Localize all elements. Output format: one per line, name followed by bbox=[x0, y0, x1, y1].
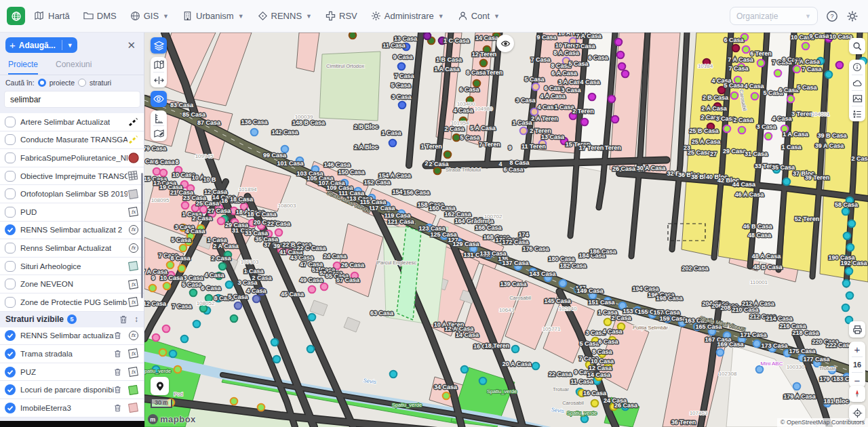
map-point[interactable] bbox=[731, 92, 738, 100]
visibility-button[interactable] bbox=[151, 91, 167, 107]
ruler-button[interactable] bbox=[151, 110, 167, 125]
nav-item-administrare[interactable]: Administrare▼ bbox=[371, 11, 444, 21]
project-row[interactable]: Zone NEVEONfx bbox=[0, 275, 144, 293]
map-point[interactable] bbox=[765, 133, 772, 140]
map-point[interactable] bbox=[608, 96, 616, 103]
layer-checkbox[interactable] bbox=[5, 261, 16, 272]
map-point[interactable] bbox=[591, 400, 599, 407]
map-point[interactable] bbox=[738, 127, 746, 134]
map-point[interactable] bbox=[218, 218, 225, 225]
map-point[interactable] bbox=[842, 304, 850, 312]
map-point[interactable] bbox=[846, 292, 854, 300]
map-point[interactable] bbox=[219, 263, 226, 270]
nav-item-cont[interactable]: Cont▼ bbox=[458, 11, 500, 21]
delete-layer-button[interactable] bbox=[114, 350, 121, 358]
map-point[interactable] bbox=[174, 366, 182, 373]
map-point[interactable] bbox=[193, 321, 201, 328]
project-row[interactable]: FabricaSpumePoliuretanice_NEVEON bbox=[0, 149, 144, 167]
layer-checkbox[interactable] bbox=[5, 188, 16, 199]
project-row[interactable]: Situri Arheologice bbox=[0, 258, 144, 276]
organization-select[interactable]: Organizație ▼ bbox=[730, 7, 818, 25]
delete-layer-button[interactable] bbox=[114, 386, 121, 394]
sidebar-scrollbar[interactable] bbox=[141, 173, 143, 298]
zoom-in-button[interactable]: + bbox=[849, 342, 865, 357]
map-container[interactable]: 13 Casa11 Casa9 Casa7 Casa5 Casa3 Casa1 … bbox=[144, 33, 868, 427]
project-row[interactable]: PUDfx bbox=[0, 203, 144, 222]
map-eye-button[interactable] bbox=[496, 35, 514, 52]
map-point[interactable] bbox=[273, 356, 281, 363]
map-point[interactable] bbox=[479, 378, 487, 385]
legend-list-button[interactable] bbox=[849, 106, 865, 121]
layer-checkbox[interactable] bbox=[5, 171, 16, 182]
map-point[interactable] bbox=[153, 334, 160, 342]
add-button[interactable]: + Adaugă... ▼ bbox=[5, 37, 77, 53]
map-edit-button[interactable] bbox=[151, 126, 167, 141]
map-point[interactable] bbox=[444, 151, 452, 159]
measure-width-button[interactable] bbox=[151, 73, 167, 87]
visible-layer-row[interactable]: ImobileEterra3 bbox=[0, 399, 144, 418]
map-point[interactable] bbox=[717, 349, 724, 357]
project-row[interactable]: Ortofotoplan Selimbar SB 2019 bbox=[0, 185, 144, 203]
marker-tool-button[interactable] bbox=[151, 377, 169, 395]
visible-layer-row[interactable]: PUZfx bbox=[0, 363, 144, 382]
map-point[interactable] bbox=[434, 167, 441, 175]
map-point[interactable] bbox=[617, 52, 625, 59]
app-logo[interactable] bbox=[7, 7, 25, 25]
nav-item-renns[interactable]: RENNS▼ bbox=[258, 11, 312, 21]
map-point[interactable] bbox=[170, 350, 177, 358]
nav-item-rsv[interactable]: RSV bbox=[326, 11, 357, 21]
map-point[interactable] bbox=[589, 94, 596, 101]
map-point[interactable] bbox=[612, 116, 619, 123]
map-locations-button[interactable] bbox=[151, 57, 167, 72]
map-point[interactable] bbox=[163, 283, 171, 290]
nav-item-urbanism[interactable]: Urbanism▼ bbox=[182, 11, 244, 21]
map-point[interactable] bbox=[159, 349, 167, 357]
imagery-button[interactable] bbox=[849, 91, 865, 106]
map-point[interactable] bbox=[480, 60, 488, 67]
map-point[interactable] bbox=[532, 83, 540, 91]
map-search-button[interactable] bbox=[849, 38, 865, 54]
map-point[interactable] bbox=[235, 302, 242, 310]
visible-layer-row[interactable]: Trama stradalafx bbox=[0, 345, 144, 363]
tab-conexiuni[interactable]: Conexiuni bbox=[56, 60, 92, 75]
reorder-layers-button[interactable]: ↕ bbox=[134, 314, 138, 324]
nav-item-hart[interactable]: Hartă bbox=[35, 11, 70, 21]
project-row[interactable]: Artere Selimbar Actualizat bbox=[0, 113, 144, 131]
map-point[interactable] bbox=[732, 45, 740, 52]
print-button[interactable] bbox=[849, 321, 865, 338]
layer-checkbox[interactable] bbox=[5, 243, 16, 253]
map-point[interactable] bbox=[751, 93, 759, 100]
map-point[interactable] bbox=[724, 125, 731, 133]
map-point[interactable] bbox=[793, 66, 801, 73]
map-point[interactable] bbox=[783, 178, 791, 186]
map-point[interactable] bbox=[604, 319, 612, 326]
help-button[interactable]: ? bbox=[826, 10, 838, 22]
delete-layer-button[interactable] bbox=[114, 331, 121, 340]
project-row[interactable]: Renns Selimbar Actualizatfx bbox=[0, 239, 144, 258]
layer-checkbox[interactable] bbox=[5, 367, 16, 378]
map-point[interactable] bbox=[802, 43, 810, 50]
map-point[interactable] bbox=[520, 127, 528, 135]
map-point[interactable] bbox=[349, 33, 357, 39]
map-point[interactable] bbox=[149, 285, 157, 292]
map-point[interactable] bbox=[258, 404, 265, 411]
map-point[interactable] bbox=[182, 202, 189, 209]
layer-checkbox[interactable] bbox=[5, 403, 16, 413]
map-point[interactable] bbox=[321, 283, 328, 291]
layer-checkbox[interactable] bbox=[5, 297, 16, 308]
nav-item-dms[interactable]: DMS bbox=[83, 11, 117, 21]
map-point[interactable] bbox=[846, 268, 853, 275]
layer-checkbox[interactable] bbox=[5, 224, 16, 235]
delete-layer-button[interactable] bbox=[114, 404, 121, 412]
map-point[interactable] bbox=[181, 336, 189, 343]
map-point[interactable] bbox=[275, 229, 283, 237]
map-point[interactable] bbox=[622, 70, 629, 78]
map-point[interactable] bbox=[178, 265, 186, 272]
radio-straturi[interactable] bbox=[78, 79, 86, 87]
map-point[interactable] bbox=[753, 340, 761, 348]
project-row[interactable]: RENNS Selimbar actualizat 2fx bbox=[0, 222, 144, 240]
map-point[interactable] bbox=[271, 339, 279, 346]
layer-checkbox[interactable] bbox=[5, 330, 16, 341]
map-point[interactable] bbox=[756, 366, 764, 373]
map-point[interactable] bbox=[842, 208, 850, 216]
